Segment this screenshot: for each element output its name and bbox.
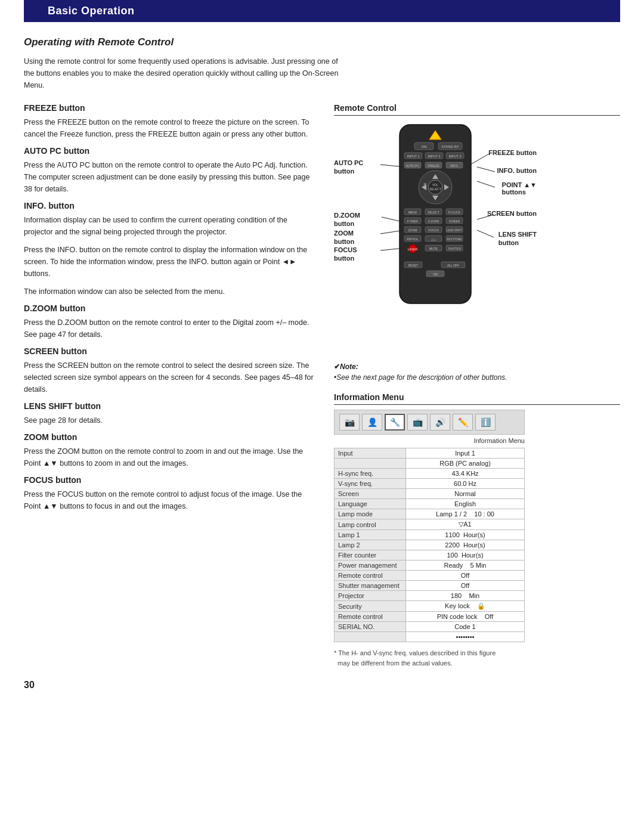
table-cell-label: Remote control: [335, 571, 406, 581]
info-menu-caption: Information Menu: [334, 437, 525, 444]
focus-label: FOCUSbutton: [334, 246, 357, 263]
note-bullet: •See the next page for the description o…: [334, 373, 507, 382]
table-cell-value: 180 Min: [406, 591, 525, 601]
table-row: Lamp mode Lamp 1 / 2 10 : 00: [335, 509, 525, 519]
table-row: Input Input 1: [335, 448, 525, 459]
info-menu-title: Information Menu: [334, 392, 620, 405]
table-row: Lamp 1 1100 Hour(s): [335, 530, 525, 540]
table-cell-value: Lamp 1 / 2 10 : 00: [406, 509, 525, 519]
page-container: Basic Operation Operating with Remote Co…: [0, 0, 644, 714]
lens-shift-label: LENS SHIFTbutton: [499, 230, 537, 247]
table-cell-label: SERIAL NO.: [335, 622, 406, 632]
table-cell-value: Off: [406, 581, 525, 591]
table-cell-label: Language: [335, 499, 406, 509]
table-cell-value: Input 1: [406, 448, 525, 459]
lens-shift-heading: LENS SHIFT button: [24, 401, 316, 411]
table-cell-label: Lamp control: [335, 519, 406, 530]
info-body3: The information window can also be selec…: [24, 286, 316, 298]
table-cell-label: Lamp 2: [335, 540, 406, 550]
icon-item-6: ✏️: [453, 414, 473, 431]
table-cell-value: Ready 5 Min: [406, 561, 525, 571]
svg-line-70: [477, 230, 494, 237]
screen-heading: SCREEN button: [24, 346, 316, 356]
remote-control-title: Remote Control: [334, 103, 620, 116]
table-cell-label: V-sync freq.: [335, 479, 406, 489]
info-menu-section: Information Menu 📷 👤 🔧 📺 🔊 ✏️ ℹ️ Informa…: [334, 392, 620, 642]
table-row: Lamp control ▽A1: [335, 519, 525, 530]
info-table: Input Input 1 RGB (PC analog) H-sync fre…: [334, 448, 525, 642]
table-row: Lamp 2 2200 Hour(s): [335, 540, 525, 550]
screen-label: SCREEN button: [487, 210, 537, 217]
svg-line-67: [382, 217, 402, 222]
header-title: Basic Operation: [48, 5, 135, 17]
freeze-section: FREEZE button Press the FREEZE button on…: [24, 103, 316, 140]
table-cell-label: Remote control: [335, 612, 406, 622]
two-col-layout: FREEZE button Press the FREEZE button on…: [24, 103, 620, 668]
icon-item-1: 📷: [339, 414, 360, 431]
svg-line-66: [477, 181, 495, 187]
icon-item-3: 🔧: [385, 414, 405, 431]
table-cell-label: Filter counter: [335, 550, 406, 561]
auto-pc-heading: AUTO PC button: [24, 146, 316, 156]
focus-heading: FOCUS button: [24, 475, 316, 485]
table-cell-value: Normal: [406, 489, 525, 499]
table-row: RGB (PC analog): [335, 459, 525, 469]
table-row: Remote control PIN code lock Off: [335, 612, 525, 622]
table-row: H-sync freq. 43.4 KHz: [335, 469, 525, 479]
table-cell-label: Security: [335, 601, 406, 612]
point-label: POINT ▲▼buttons: [502, 181, 537, 196]
freeze-heading: FREEZE button: [24, 103, 316, 113]
note-box: ✔Note: •See the next page for the descri…: [334, 361, 620, 383]
dzoom-label: D.ZOOMbutton: [334, 211, 360, 228]
dzoom-section: D.ZOOM button Press the D.ZOOM button on…: [24, 304, 316, 340]
screen-section: SCREEN button Press the SCREEN button on…: [24, 346, 316, 395]
icon-item-7: ℹ️: [475, 414, 496, 431]
table-cell-value: 43.4 KHz: [406, 469, 525, 479]
zoom-heading: ZOOM button: [24, 432, 316, 442]
info-label: INFO. button: [497, 167, 537, 174]
table-cell-label: [335, 632, 406, 642]
zoom-section: ZOOM button Press the ZOOM button on the…: [24, 432, 316, 469]
table-row: Shutter management Off: [335, 581, 525, 591]
table-row: Power management Ready 5 Min: [335, 561, 525, 571]
table-cell-value: ••••••••: [406, 632, 525, 642]
table-row: Language English: [335, 499, 525, 509]
intro-text: Using the remote control for some freque…: [24, 55, 340, 91]
table-row: Screen Normal: [335, 489, 525, 499]
auto-pc-section: AUTO PC button Press the AUTO PC button …: [24, 146, 316, 195]
info-section: INFO. button Information display can be …: [24, 201, 316, 298]
table-row: SERIAL NO. Code 1: [335, 622, 525, 632]
icon-item-2: 👤: [362, 414, 382, 431]
svg-line-71: [380, 248, 404, 250]
freeze-label: FREEZE button: [488, 149, 537, 156]
footer-note: * The H- and V-sync freq. values describ…: [334, 648, 620, 668]
table-cell-value: 100 Hour(s): [406, 550, 525, 561]
focus-body: Press the FOCUS button on the remote con…: [24, 488, 316, 512]
svg-line-65: [477, 167, 495, 172]
section-title: Operating with Remote Control: [24, 36, 620, 48]
page-number: 30: [24, 680, 620, 690]
zoom-body: Press the ZOOM button on the remote cont…: [24, 445, 316, 469]
icon-bar: 📷 👤 🔧 📺 🔊 ✏️ ℹ️: [334, 410, 525, 435]
table-cell-label: Input: [335, 448, 406, 459]
svg-line-69: [380, 230, 404, 234]
info-body2: Press the INFO. button on the remote con…: [24, 244, 316, 280]
table-cell-value: English: [406, 499, 525, 509]
table-cell-label: Power management: [335, 561, 406, 571]
table-cell-label: Screen: [335, 489, 406, 499]
right-column: Remote Control ON STAND-BY: [334, 103, 620, 668]
table-row: Filter counter 100 Hour(s): [335, 550, 525, 561]
table-cell-value: Key lock 🔒: [406, 601, 525, 612]
dzoom-body: Press the D.ZOOM button on the remote co…: [24, 317, 316, 340]
icon-item-5: 🔊: [430, 414, 450, 431]
table-cell-value: 1100 Hour(s): [406, 530, 525, 540]
svg-line-63: [380, 165, 404, 167]
table-cell-label: Shutter management: [335, 581, 406, 591]
table-cell-label: Lamp 1: [335, 530, 406, 540]
freeze-body: Press the FREEZE button on the remote co…: [24, 116, 316, 140]
remote-image-area: ON STAND-BY INPUT 1 INPUT 2 INPUT 3: [334, 122, 537, 354]
table-row: Security Key lock 🔒: [335, 601, 525, 612]
svg-line-64: [466, 154, 489, 167]
dzoom-heading: D.ZOOM button: [24, 304, 316, 313]
table-cell-value: Code 1: [406, 622, 525, 632]
